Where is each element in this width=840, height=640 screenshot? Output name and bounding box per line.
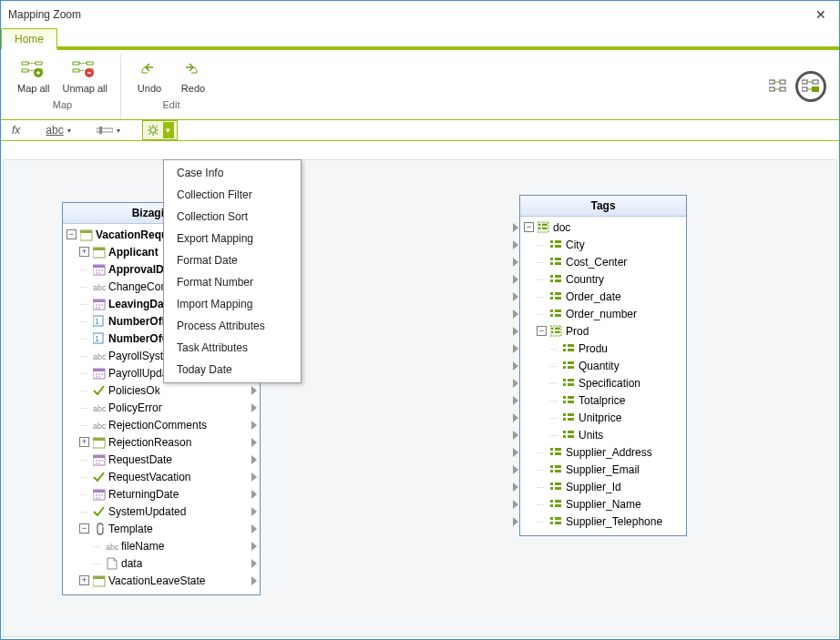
menu-item[interactable]: Format Number <box>164 271 301 293</box>
connector-in-icon[interactable] <box>511 413 519 422</box>
connector-in-icon[interactable] <box>511 240 519 249</box>
connector-in-icon[interactable] <box>511 465 519 473</box>
view-source-target-alt-button[interactable] <box>795 71 826 102</box>
unmap-all-button[interactable]: Unmap all <box>58 56 111 96</box>
date-icon <box>92 366 106 380</box>
connector-out-icon[interactable] <box>250 472 258 481</box>
menu-item[interactable]: Task Attributes <box>164 337 301 359</box>
connector-in-icon[interactable] <box>511 344 519 352</box>
connector-in-icon[interactable] <box>511 310 519 318</box>
connector-in-icon[interactable] <box>511 292 519 300</box>
connector-in-icon[interactable] <box>511 275 519 283</box>
tree-node[interactable]: ⋯Quantity <box>524 357 682 374</box>
menu-item[interactable]: Collection Sort <box>164 206 301 228</box>
tree-node[interactable]: −Prod <box>524 322 682 340</box>
abc-dropdown[interactable]: abc▾ <box>42 122 74 138</box>
num-icon <box>92 331 106 345</box>
tree-node[interactable]: ⋯data <box>67 554 256 572</box>
tree-node[interactable]: ⋯SystemUpdated <box>67 503 256 520</box>
tree-node[interactable]: ⋯Supplier_Name <box>524 495 682 513</box>
undo-button[interactable]: Undo <box>130 56 169 96</box>
connector-out-icon[interactable] <box>250 576 258 584</box>
connector-in-icon[interactable] <box>511 379 519 387</box>
tree-node[interactable]: ⋯Totalprice <box>524 391 682 409</box>
fx-button[interactable]: fx <box>8 122 24 138</box>
view-source-target-button[interactable] <box>766 75 790 98</box>
collapse-icon[interactable]: − <box>79 523 89 533</box>
expand-icon[interactable]: + <box>79 437 89 447</box>
connector-in-icon[interactable] <box>511 223 519 231</box>
connector-in-icon[interactable] <box>511 517 519 525</box>
connector-out-icon[interactable] <box>250 421 258 429</box>
tree-node[interactable]: +RejectionReason <box>67 433 256 451</box>
connector-in-icon[interactable] <box>511 396 519 404</box>
menu-item[interactable]: Format Date <box>164 249 301 271</box>
collapse-icon[interactable]: − <box>537 326 547 336</box>
connector-out-icon[interactable] <box>250 403 258 411</box>
tree-node[interactable]: −doc <box>524 218 682 236</box>
tree-node[interactable]: ⋯Unitprice <box>524 409 682 426</box>
tab-home[interactable]: Home <box>1 28 57 50</box>
connector-out-icon[interactable] <box>250 524 258 533</box>
tree-node[interactable]: ⋯RequestVacation <box>67 468 256 485</box>
connector-in-icon[interactable] <box>511 327 519 335</box>
tree-node[interactable]: −Template <box>67 520 256 537</box>
tree-node[interactable]: ⋯ReturningDate <box>67 485 256 503</box>
connector-out-icon[interactable] <box>250 507 258 515</box>
connector-in-icon[interactable] <box>511 258 519 266</box>
menu-item[interactable]: Import Mapping <box>164 293 301 315</box>
tree-node[interactable]: ⋯Supplier_Email <box>524 461 682 478</box>
tree-node[interactable]: ⋯Units <box>524 426 682 443</box>
connector-in-icon[interactable] <box>511 361 519 370</box>
connector-out-icon[interactable] <box>250 386 258 394</box>
tree-node[interactable]: ⋯RejectionComments <box>67 416 256 433</box>
tree-node[interactable]: ⋯PolicyError <box>67 399 256 416</box>
functions-dropdown-button[interactable]: ▾ <box>142 120 178 140</box>
tree-node[interactable]: ⋯Supplier_Address <box>524 443 682 461</box>
connector-in-icon[interactable] <box>511 483 519 491</box>
connector-out-icon[interactable] <box>250 438 258 446</box>
expand-icon[interactable]: + <box>79 247 89 257</box>
tree-node[interactable]: ⋯fileName <box>67 537 256 554</box>
tree-node[interactable]: ⋯PoliciesOk <box>67 381 256 399</box>
titlebar: Mapping Zoom ✕ <box>1 1 839 28</box>
tree-node[interactable]: ⋯RequestDate <box>67 451 256 468</box>
tree-node[interactable]: +VacationLeaveState <box>67 572 256 589</box>
menu-item[interactable]: Process Attributes <box>164 315 301 337</box>
tree-node[interactable]: ⋯Cost_Center <box>524 253 682 270</box>
expand-icon[interactable]: + <box>79 575 89 585</box>
mapping-canvas[interactable]: Bizagi Data −VacationRequ+Applicant⋯Appr… <box>3 159 837 637</box>
tree-node[interactable]: ⋯Order_number <box>524 305 682 322</box>
tree-node[interactable]: ⋯Supplier_Id <box>524 478 682 495</box>
tree-node[interactable]: ⋯Country <box>524 270 682 288</box>
tree-node[interactable]: ⋯Supplier_Telephone <box>524 513 682 530</box>
connector-in-icon[interactable] <box>511 500 519 508</box>
collapse-icon[interactable]: − <box>67 229 77 239</box>
tree-right[interactable]: −doc⋯City⋯Cost_Center⋯Country⋯Order_date… <box>520 217 686 535</box>
menu-item[interactable]: Export Mapping <box>164 228 301 249</box>
tree-node[interactable]: ⋯City <box>524 236 682 253</box>
slider-dropdown[interactable]: ▾ <box>93 123 124 137</box>
connector-out-icon[interactable] <box>250 542 258 550</box>
tree-node-label: PolicyError <box>108 401 162 414</box>
tag-icon <box>549 497 563 511</box>
tag-group-icon <box>537 220 550 234</box>
connector-out-icon[interactable] <box>250 455 258 463</box>
menu-item[interactable]: Collection Filter <box>164 184 301 206</box>
connector-out-icon[interactable] <box>250 559 258 567</box>
collapse-icon[interactable]: − <box>524 222 534 232</box>
close-icon[interactable]: ✕ <box>810 7 832 22</box>
connector-out-icon[interactable] <box>250 490 258 498</box>
connector-in-icon[interactable] <box>511 431 519 439</box>
connector-in-icon[interactable] <box>511 448 519 456</box>
tree-node[interactable]: ⋯Specification <box>524 374 682 391</box>
tree-node-label: Order_date <box>566 290 621 303</box>
menu-item[interactable]: Today Date <box>164 359 301 381</box>
menu-item[interactable]: Case Info <box>164 162 301 184</box>
entity-icon <box>92 435 106 449</box>
tree-node[interactable]: ⋯Order_date <box>524 288 682 305</box>
tree-node[interactable]: ⋯Produ <box>524 340 682 357</box>
map-all-button[interactable]: Map all <box>14 56 53 96</box>
tag-icon <box>549 445 563 459</box>
redo-button[interactable]: Redo <box>174 56 212 96</box>
